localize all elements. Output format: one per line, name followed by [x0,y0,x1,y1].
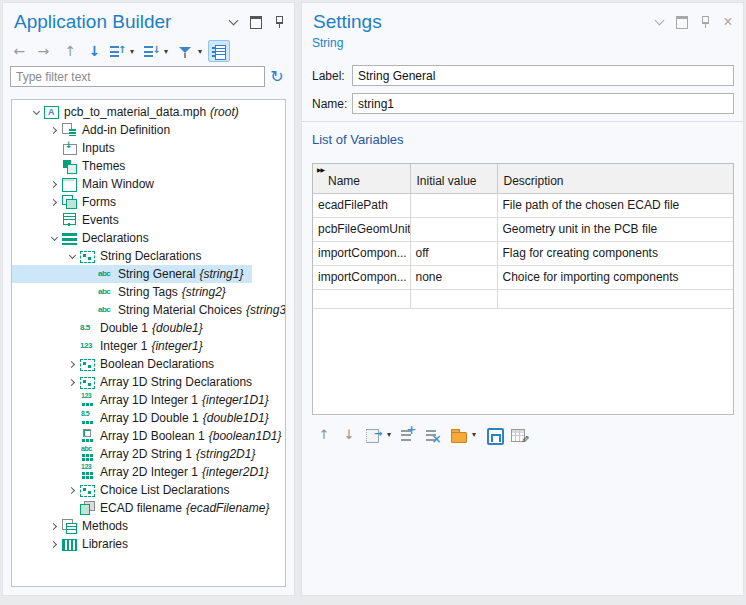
cell-initial-value[interactable]: none [410,265,497,289]
table-row: ecadFilePathFile path of the chosen ECAD… [313,193,733,217]
cell-name[interactable]: pcbFileGeomUnit [313,217,410,241]
filter-button[interactable] [174,40,196,62]
tree-item-label: Array 2D Integer 1 [100,465,198,479]
chevron-expanded-icon[interactable] [28,111,44,114]
tree-item[interactable]: String Tags{string2} [12,283,285,301]
add-row-button[interactable] [397,423,419,445]
cell-description[interactable]: Choice for importing components [497,265,733,289]
tree-item[interactable]: Choice List Declarations [12,481,285,499]
tree-item[interactable]: Array 1D Double 1{double1D1} [12,409,285,427]
edit-table-button[interactable] [507,423,529,445]
dropdown-caret-icon[interactable]: ▾ [387,430,391,439]
move-down-button[interactable] [82,40,104,62]
tree-item[interactable]: Main Window [12,175,285,193]
cell-description[interactable]: File path of the chosen ECAD file [497,193,733,217]
array1d-double-icon [80,411,95,425]
move-into-button[interactable] [362,423,384,445]
column-header-name[interactable]: ▶▶Name [313,164,410,193]
chevron-collapsed-icon[interactable] [46,182,62,187]
tree-item[interactable]: pcb_to_material_data.mph(root) [12,103,285,121]
list-of-variables-section-title[interactable]: List of Variables [302,122,413,147]
column-header-description[interactable]: Description [497,164,733,193]
save-file-button[interactable] [482,423,504,445]
chevron-collapsed-icon[interactable] [46,200,62,205]
label-field[interactable] [352,65,734,86]
move-up-button[interactable] [58,40,80,62]
load-file-button[interactable] [447,423,469,445]
tree-item[interactable]: Events [12,211,285,229]
pin-icon[interactable] [699,16,711,28]
tree-item-tag: {string2D1} [196,447,255,461]
dropdown-caret-icon[interactable]: ▾ [472,430,476,439]
name-field[interactable] [352,93,734,114]
cell-description[interactable]: Geometry unit in the PCB file [497,217,733,241]
collapse-down-button[interactable] [140,40,162,62]
tree-item[interactable]: Boolean Declarations [12,355,285,373]
cell-name[interactable]: importCompon... [313,265,410,289]
move-up2-button[interactable] [312,423,334,445]
tree-item[interactable]: String Declarations [12,247,285,265]
dropdown-caret-icon[interactable]: ▾ [198,47,202,56]
tree-item[interactable]: ECAD filename{ecadFilename} [12,499,285,517]
go-back-button[interactable] [10,40,32,62]
cell-description[interactable]: Flag for creating components [497,241,733,265]
tree-item[interactable]: Declarations [12,229,285,247]
close-icon[interactable] [722,16,734,28]
tree-item[interactable]: Array 1D String Declarations [12,373,285,391]
tree-item[interactable]: Array 2D Integer 1{integer2D1} [12,463,285,481]
cell-name[interactable]: ecadFilePath [313,193,410,217]
tree-item[interactable]: Array 1D Boolean 1{boolean1D1} [12,427,286,445]
dropdown-caret-icon[interactable]: ▾ [130,47,134,56]
cell-initial-value[interactable]: off [410,241,497,265]
tree-item[interactable]: Libraries [12,535,285,553]
cell-initial-value[interactable] [410,289,497,308]
tree-item[interactable]: String General{string1} [12,265,252,283]
tree-item[interactable]: Forms [12,193,285,211]
cell-name[interactable] [313,289,410,308]
tree-item[interactable]: Array 2D String 1{string2D1} [12,445,285,463]
tree-item[interactable]: Inputs [12,139,285,157]
breadcrumb[interactable]: String [302,33,343,50]
filter-input[interactable] [10,66,265,87]
tree-item[interactable]: Array 1D Integer 1{integer1D1} [12,391,285,409]
chevron-expanded-icon[interactable] [46,237,62,240]
dropdown-caret-icon[interactable]: ▾ [164,47,168,56]
settings-fields: Label: Name: [302,50,743,114]
tree-item[interactable]: Integer 1{integer1} [12,337,285,355]
delete-row-button[interactable] [422,423,444,445]
tree-item-label: String Declarations [100,249,201,263]
go-forward-button[interactable] [34,40,56,62]
tree-item[interactable]: Themes [12,157,285,175]
tree-item[interactable]: String Material Choices{string3} [12,301,286,319]
float-icon[interactable] [676,16,688,28]
tree-item[interactable]: Add-in Definition [12,121,285,139]
cell-name[interactable]: importCompon... [313,241,410,265]
collapse-up-button[interactable] [106,40,128,62]
chevron-collapsed-icon[interactable] [64,488,80,493]
float-icon[interactable] [250,16,262,28]
cell-initial-value[interactable] [410,217,497,241]
chevron-expanded-icon[interactable] [64,255,80,258]
chevron-down-icon[interactable] [653,16,665,28]
string-declarations-icon [80,251,95,263]
tree-item[interactable]: Methods [12,517,285,535]
pin-icon[interactable] [273,16,285,28]
chevron-collapsed-icon[interactable] [46,542,62,547]
tree-item-label: Integer 1 [100,339,147,353]
chevron-collapsed-icon[interactable] [46,524,62,529]
tree-item[interactable]: Double 1{double1} [12,319,285,337]
chevron-collapsed-icon[interactable] [64,362,80,367]
refresh-icon[interactable] [265,66,289,87]
show-selected-node-button[interactable] [208,40,230,62]
left-panel-header-icons [227,16,285,28]
chevron-down-icon[interactable] [227,16,239,28]
sort-indicator-icon[interactable]: ▶▶ [317,166,324,173]
cell-initial-value[interactable] [410,193,497,217]
tree-item-label: String Tags [118,285,178,299]
chevron-collapsed-icon[interactable] [46,128,62,133]
cell-description[interactable] [497,289,733,308]
column-header-initial-value[interactable]: Initial value [410,164,497,193]
tree-item-label: String General [118,267,195,281]
move-down2-button[interactable] [337,423,359,445]
chevron-collapsed-icon[interactable] [64,380,80,385]
